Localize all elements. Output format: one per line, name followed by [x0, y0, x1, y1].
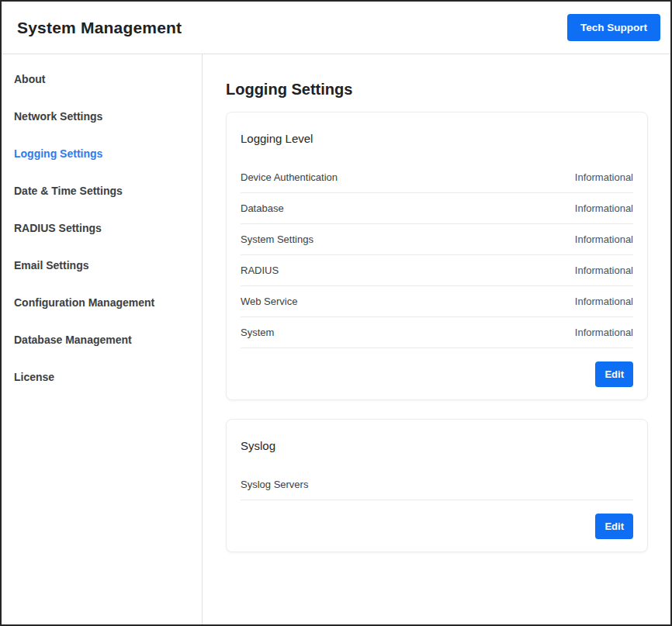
syslog-card: Syslog Syslog Servers Edit [226, 419, 648, 552]
card-title: Logging Level [227, 112, 647, 147]
row-label: Syslog Servers [241, 479, 308, 490]
table-row: RADIUS Informational [241, 255, 633, 286]
row-value: Informational [575, 296, 633, 307]
row-value: Informational [575, 327, 633, 338]
table-row: Database Informational [241, 193, 633, 224]
sidebar-item-radius-settings[interactable]: RADIUS Settings [2, 209, 202, 247]
table-row: System Settings Informational [241, 224, 633, 255]
card-actions: Edit [227, 500, 647, 552]
sidebar-item-date-time-settings[interactable]: Date & Time Settings [2, 172, 202, 209]
row-value: Informational [575, 265, 633, 276]
syslog-edit-button[interactable]: Edit [595, 514, 633, 539]
row-label: System Settings [241, 233, 313, 245]
row-label: System [241, 327, 274, 338]
logging-level-rows: Device Authentication Informational Data… [241, 162, 633, 348]
page-title: System Management [17, 19, 182, 37]
card-actions: Edit [227, 348, 647, 399]
row-label: Database [241, 202, 284, 214]
card-title: Syslog [227, 420, 647, 454]
sidebar-item-network-settings[interactable]: Network Settings [2, 98, 202, 135]
table-row: Web Service Informational [241, 286, 633, 317]
logging-level-edit-button[interactable]: Edit [595, 361, 633, 387]
sidebar-item-database-management[interactable]: Database Management [2, 321, 202, 358]
row-label: RADIUS [241, 265, 279, 276]
sidebar-item-email-settings[interactable]: Email Settings [2, 247, 202, 284]
row-value: Informational [575, 202, 633, 214]
section-heading: Logging Settings [226, 81, 648, 99]
main-content: Logging Settings Logging Level Device Au… [203, 54, 670, 624]
sidebar-item-logging-settings[interactable]: Logging Settings [2, 135, 202, 172]
row-value: Informational [575, 233, 633, 245]
tech-support-button[interactable]: Tech Support [567, 14, 660, 41]
sidebar-item-license[interactable]: License [2, 358, 202, 396]
system-management-window: System Management Tech Support About Net… [0, 0, 672, 626]
sidebar-item-configuration-management[interactable]: Configuration Management [2, 284, 202, 321]
row-label: Web Service [241, 296, 297, 307]
header: System Management Tech Support [2, 2, 670, 54]
body-layout: About Network Settings Logging Settings … [2, 54, 670, 624]
sidebar: About Network Settings Logging Settings … [2, 54, 203, 624]
table-row: Syslog Servers [241, 469, 633, 500]
row-label: Device Authentication [241, 171, 338, 183]
syslog-rows: Syslog Servers [241, 469, 633, 500]
logging-level-card: Logging Level Device Authentication Info… [226, 112, 648, 400]
table-row: Device Authentication Informational [241, 162, 633, 193]
sidebar-item-about[interactable]: About [2, 61, 202, 98]
table-row: System Informational [241, 317, 633, 348]
row-value: Informational [575, 171, 633, 183]
